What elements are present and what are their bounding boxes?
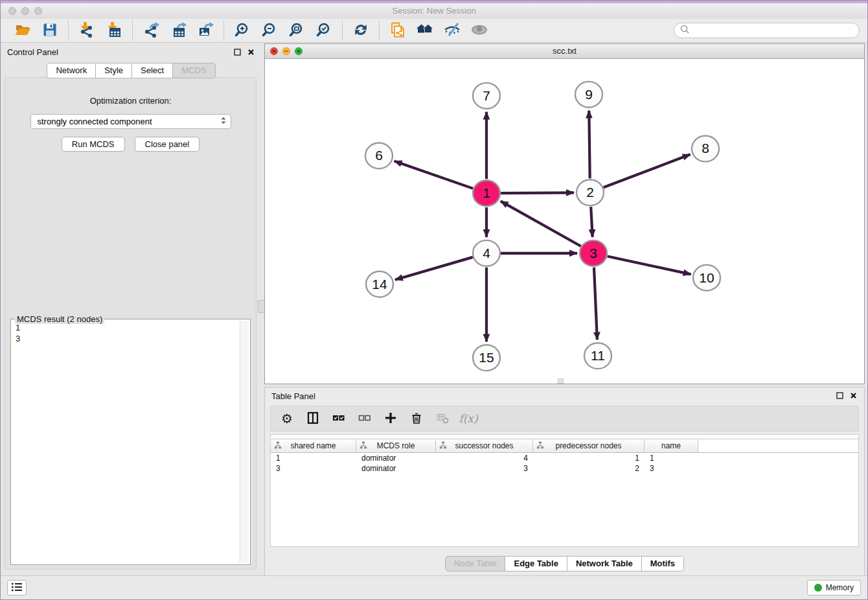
deselect-all-button[interactable]	[355, 409, 374, 428]
run-mcds-button[interactable]: Run MCDS	[62, 137, 125, 152]
graph-node-4[interactable]: 4	[473, 240, 500, 266]
table-tabs: Node TableEdge TableNetwork TableMotifs	[265, 556, 864, 571]
home-button[interactable]	[413, 21, 437, 40]
export-image-button[interactable]	[193, 21, 218, 40]
network-file-button[interactable]	[385, 21, 410, 40]
toolbar-group	[132, 21, 223, 40]
tab-network-table[interactable]: Network Table	[567, 556, 642, 571]
result-scrollbar[interactable]	[240, 321, 249, 563]
table-row[interactable]: 1dominator411	[271, 453, 858, 463]
table-row[interactable]: 3dominator323	[271, 463, 858, 474]
save-button[interactable]	[38, 21, 62, 40]
graph-edge-1-6[interactable]	[394, 161, 474, 189]
column-header-name[interactable]: name	[645, 439, 698, 452]
tab-style[interactable]: Style	[95, 63, 132, 78]
graph-node-6[interactable]: 6	[365, 143, 393, 168]
graph-node-9[interactable]: 9	[575, 82, 602, 108]
export-table-icon	[170, 21, 187, 40]
memory-label: Memory	[826, 583, 854, 592]
graph-edge-2-8[interactable]	[604, 154, 691, 187]
task-history-button[interactable]	[7, 580, 27, 595]
minimize-view-icon[interactable]	[282, 47, 290, 55]
graph-edge-2-9[interactable]	[589, 111, 589, 179]
graph-node-11[interactable]: 11	[584, 343, 611, 369]
toolbar-group	[5, 21, 68, 40]
graph-node-1[interactable]: 1	[473, 180, 500, 206]
close-view-icon[interactable]	[270, 47, 278, 55]
graph-edge-2-3[interactable]	[591, 207, 593, 237]
column-header-successor-nodes[interactable]: successor nodes	[436, 439, 533, 452]
window-controls	[8, 7, 42, 15]
graph-edge-3-10[interactable]	[608, 256, 691, 274]
memory-button[interactable]: Memory	[807, 580, 861, 595]
column-header-shared-name[interactable]: shared name	[271, 439, 356, 452]
float-table-panel-icon[interactable]	[836, 391, 844, 400]
tab-node-table[interactable]: Node Table	[445, 556, 506, 571]
zoom-in-button[interactable]	[230, 21, 255, 40]
graph-node-14[interactable]: 14	[366, 271, 393, 297]
graph-node-15[interactable]: 15	[473, 345, 500, 371]
zoom-window-icon[interactable]	[34, 7, 42, 15]
maximize-view-icon[interactable]	[295, 47, 303, 55]
control-panel: Control Panel NetworkStyleSelectMCDS Opt…	[1, 43, 262, 571]
node-table: shared nameMCDS rolesuccessor nodesprede…	[270, 434, 859, 547]
control-panel-header: Control Panel	[1, 43, 262, 62]
table-cell: dominator	[356, 454, 436, 463]
graph-node-2[interactable]: 2	[577, 179, 604, 205]
close-window-icon[interactable]	[8, 7, 16, 15]
graph-edge-1-2[interactable]	[501, 192, 574, 193]
tab-network[interactable]: Network	[47, 63, 96, 78]
svg-text:8: 8	[702, 141, 709, 156]
search-input[interactable]	[693, 25, 854, 36]
tab-select[interactable]: Select	[131, 63, 173, 78]
column-label: predecessor nodes	[555, 441, 621, 450]
settings-button[interactable]: ⚙	[277, 409, 297, 428]
open-folder-button[interactable]	[10, 21, 35, 40]
export-table-button[interactable]	[166, 21, 190, 40]
canvas-resize-grip[interactable]	[558, 378, 564, 384]
select-all-button[interactable]	[329, 409, 348, 428]
show-panel-button[interactable]	[467, 21, 492, 40]
export-network-button[interactable]	[139, 21, 163, 40]
network-window-titlebar[interactable]: scc.txt	[265, 44, 864, 59]
table-body: 1dominator4113dominator323	[271, 453, 858, 474]
table-cell: 4	[436, 454, 533, 463]
close-panel-button[interactable]: Close panel	[135, 137, 200, 152]
graph-node-7[interactable]: 7	[473, 83, 500, 109]
column-label: successor nodes	[455, 441, 513, 450]
zoom-fit-button[interactable]	[284, 21, 309, 40]
add-row-button[interactable]	[381, 409, 400, 428]
tab-mcds[interactable]: MCDS	[172, 63, 215, 78]
column-header-predecessor-nodes[interactable]: predecessor nodes	[533, 439, 645, 452]
columns-button[interactable]	[303, 409, 323, 428]
graph-node-10[interactable]: 10	[693, 265, 720, 291]
column-header-MCDS-role[interactable]: MCDS role	[356, 439, 436, 452]
import-network-button[interactable]	[74, 21, 99, 40]
graph-node-3[interactable]: 3	[580, 240, 607, 266]
tab-edge-table[interactable]: Edge Table	[505, 556, 567, 571]
add-row-icon	[384, 411, 397, 426]
float-panel-icon[interactable]	[233, 48, 242, 56]
import-table-button[interactable]	[102, 21, 126, 40]
toolbar-group	[68, 21, 132, 40]
graph-edge-3-1[interactable]	[501, 201, 581, 246]
network-canvas[interactable]: 7968124314101511	[265, 58, 864, 384]
table-cell: 2	[533, 464, 645, 473]
mcds-result-list[interactable]: 13	[12, 321, 239, 563]
graph-edge-4-14[interactable]	[395, 257, 473, 280]
zoom-out-button[interactable]	[257, 21, 282, 40]
graph-node-8[interactable]: 8	[692, 136, 719, 162]
zoom-selected-button[interactable]	[312, 21, 336, 40]
graph-edge-3-11[interactable]	[594, 268, 597, 340]
criterion-dropdown[interactable]: strongly connected component	[30, 114, 231, 129]
application-window: Session: New Session Control Panel Netwo…	[0, 0, 868, 600]
hide-panel-button[interactable]	[440, 21, 464, 40]
refresh-layout-button[interactable]	[348, 21, 373, 40]
delete-row-button[interactable]	[407, 409, 426, 428]
minimize-window-icon[interactable]	[21, 7, 29, 15]
search-box[interactable]	[674, 23, 860, 38]
network-graph[interactable]: 7968124314101511	[265, 58, 864, 384]
tab-motifs[interactable]: Motifs	[641, 556, 684, 571]
close-panel-icon[interactable]	[247, 48, 255, 56]
close-table-panel-icon[interactable]	[849, 391, 858, 400]
